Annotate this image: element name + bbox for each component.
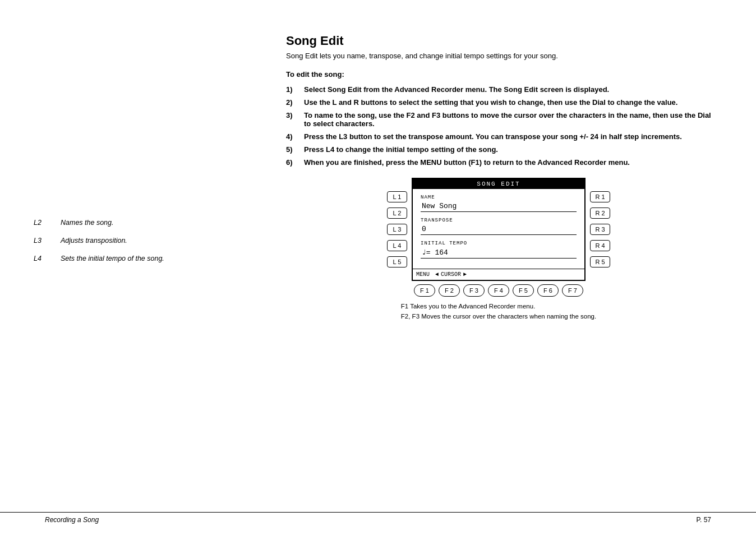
lcd-title-bar: SONG EDIT xyxy=(413,179,584,189)
footer-left: Recording a Song xyxy=(45,516,99,524)
footer-right: P. 57 xyxy=(697,516,711,524)
to-edit-label: To edit the song: xyxy=(286,70,711,79)
lcd-tempo-label: INITIAL TEMPO xyxy=(421,241,577,246)
step-1-num: 1) xyxy=(286,85,299,94)
f2-button[interactable]: F 2 xyxy=(439,284,460,297)
right-buttons-column: R 1 R 2 R 3 R 4 R 5 xyxy=(586,178,610,281)
screen-with-buttons: L 1 L 2 L 3 L 4 L 5 SONG EDIT NAME New S… xyxy=(387,178,610,281)
l1-button[interactable]: L 1 xyxy=(387,191,407,202)
page-title: Song Edit xyxy=(286,34,711,48)
annotation-l4-key: L4 xyxy=(34,255,49,262)
annotation-l3-key: L3 xyxy=(34,237,49,245)
l5-button[interactable]: L 5 xyxy=(387,256,407,268)
step-3-text: To name to the song, use the F2 and F3 b… xyxy=(304,111,711,128)
lcd-body: NAME New Song TRANSPOSE 0 INITIAL TEMPO … xyxy=(413,189,584,269)
step-4-text: Press the L3 button to set the transpose… xyxy=(304,132,682,141)
steps-list: 1) Select Song Edit from the Advanced Re… xyxy=(286,85,711,167)
footnote-1: F1 Takes you to the Advanced Recorder me… xyxy=(401,301,596,311)
step-1: 1) Select Song Edit from the Advanced Re… xyxy=(286,85,711,94)
f6-button[interactable]: F 6 xyxy=(537,284,559,297)
step-2-num: 2) xyxy=(286,98,299,107)
r2-button[interactable]: R 2 xyxy=(590,207,610,219)
step-4-num: 4) xyxy=(286,132,299,141)
f3-button[interactable]: F 3 xyxy=(463,284,485,297)
lcd-tempo-value: ♩= 164 xyxy=(421,247,577,259)
r5-button[interactable]: R 5 xyxy=(590,256,610,268)
lcd-name-value: New Song xyxy=(421,201,577,212)
footnote-2: F2, F3 Moves the cursor over the charact… xyxy=(401,311,596,321)
step-6: 6) When you are finished, press the MENU… xyxy=(286,158,711,167)
annotation-l2: L2 Names the song. xyxy=(34,219,213,227)
main-content: Song Edit Song Edit lets you name, trans… xyxy=(286,34,711,322)
cursor-left-icon: ◄ xyxy=(435,271,439,278)
subtitle: Song Edit lets you name, transpose, and … xyxy=(286,52,711,60)
step-6-num: 6) xyxy=(286,158,299,167)
step-2: 2) Use the L and R buttons to select the… xyxy=(286,98,711,107)
step-5-num: 5) xyxy=(286,145,299,154)
r1-button[interactable]: R 1 xyxy=(590,191,610,202)
page-footer: Recording a Song P. 57 xyxy=(0,512,756,524)
annotation-l3: L3 Adjusts transposition. xyxy=(34,237,213,245)
annotation-l2-desc: Names the song. xyxy=(61,219,114,227)
page-container: L2 Names the song. L3 Adjusts transposit… xyxy=(0,0,756,535)
step-1-text: Select Song Edit from the Advanced Recor… xyxy=(304,85,609,94)
step-6-text: When you are finished, press the MENU bu… xyxy=(304,158,630,167)
function-buttons: F 1 F 2 F 3 F 4 F 5 F 6 F 7 xyxy=(414,284,583,297)
f1-button[interactable]: F 1 xyxy=(414,284,435,297)
f7-button[interactable]: F 7 xyxy=(562,284,583,297)
cursor-right-icon: ► xyxy=(463,271,467,278)
left-buttons-column: L 1 L 2 L 3 L 4 L 5 xyxy=(387,178,412,281)
step-4: 4) Press the L3 button to set the transp… xyxy=(286,132,711,141)
sidebar-annotations: L2 Names the song. L3 Adjusts transposit… xyxy=(34,219,213,273)
footnotes: F1 Takes you to the Advanced Recorder me… xyxy=(401,301,596,322)
l2-button[interactable]: L 2 xyxy=(387,207,407,219)
lcd-transpose-label: TRANSPOSE xyxy=(421,218,577,223)
f5-button[interactable]: F 5 xyxy=(513,284,534,297)
annotation-l4-desc: Sets the initial tempo of the song. xyxy=(61,255,164,262)
lcd-name-field: NAME New Song xyxy=(421,195,577,212)
step-2-text: Use the L and R buttons to select the se… xyxy=(304,98,677,107)
step-3-num: 3) xyxy=(286,111,299,128)
step-5: 5) Press L4 to change the initial tempo … xyxy=(286,145,711,154)
lcd-tempo-field: INITIAL TEMPO ♩= 164 xyxy=(421,241,577,259)
lcd-bottom-bar: MENU ◄ CURSOR ► xyxy=(413,269,584,280)
r4-button[interactable]: R 4 xyxy=(590,240,610,251)
step-3: 3) To name to the song, use the F2 and F… xyxy=(286,111,711,128)
lcd-name-label: NAME xyxy=(421,195,577,200)
lcd-screen: SONG EDIT NAME New Song TRANSPOSE 0 INIT… xyxy=(412,178,586,281)
diagram-area: L 1 L 2 L 3 L 4 L 5 SONG EDIT NAME New S… xyxy=(286,178,711,322)
annotation-l2-key: L2 xyxy=(34,219,49,227)
annotation-l3-desc: Adjusts transposition. xyxy=(61,237,127,245)
cursor-text: CURSOR xyxy=(441,271,461,278)
f4-button[interactable]: F 4 xyxy=(488,284,509,297)
lcd-transpose-field: TRANSPOSE 0 xyxy=(421,218,577,235)
r3-button[interactable]: R 3 xyxy=(590,224,610,235)
menu-label: MENU xyxy=(416,271,430,278)
step-5-text: Press L4 to change the initial tempo set… xyxy=(304,145,498,154)
l3-button[interactable]: L 3 xyxy=(387,224,407,235)
lcd-transpose-value: 0 xyxy=(421,224,577,235)
annotation-l4: L4 Sets the initial tempo of the song. xyxy=(34,255,213,262)
l4-button[interactable]: L 4 xyxy=(387,240,407,251)
